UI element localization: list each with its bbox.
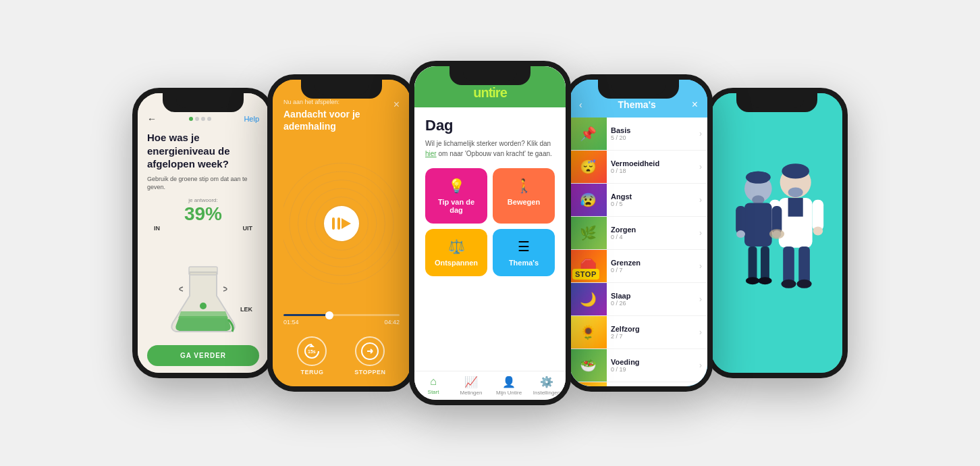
svg-point-28 (758, 277, 771, 284)
mijn-untire-icon: 👤 (502, 376, 516, 388)
flask-svg (159, 252, 247, 340)
back-icon[interactable]: ← (147, 113, 157, 124)
vermoeidheid-text: Vermoeidheid 0 / 18 (607, 154, 699, 180)
p4-back-icon[interactable]: ‹ (579, 99, 582, 110)
grenzen-text: Grenzen 0 / 7 (607, 253, 699, 279)
help-link[interactable]: Help (244, 115, 259, 123)
day-text-after: om naar 'Opbouw van kracht' te gaan. (437, 150, 552, 157)
answer-label: je antwoord: (147, 197, 259, 203)
question-subtitle: Gebruik de groene stip om dat aan te gev… (147, 175, 259, 192)
svg-rect-21 (736, 206, 746, 234)
flask-area: LEK (147, 232, 259, 340)
uit-label: UIT (243, 225, 253, 232)
basis-count: 5 / 20 (611, 134, 695, 141)
vermoeidheid-count: 0 / 18 (611, 167, 695, 174)
progress-slider[interactable] (283, 314, 400, 316)
grenzen-image: 🛑 STOP (570, 250, 607, 282)
p2-screen: × Nu aan het afspelen: Aandacht voor je … (273, 80, 410, 386)
theme-zorgen[interactable]: 🌿 Zorgen 0 / 4 › (570, 217, 707, 250)
p5-screen (711, 93, 842, 373)
themes-list: 📌 Basis 5 / 20 › 😴 Vermoeidheid 0 / 18 › (570, 118, 707, 386)
dot-2 (195, 117, 199, 121)
nav-metingen[interactable]: 📈 Metingen (452, 376, 490, 396)
back-label: TERUG (300, 369, 323, 376)
theme-vermoeidheid[interactable]: 😴 Vermoeidheid 0 / 18 › (570, 151, 707, 184)
slaap-count: 0 / 26 (611, 300, 695, 307)
app-logo: untire (425, 85, 555, 101)
p1-screen: ← Help Hoe was je energieniveau de afgel… (138, 93, 269, 373)
dot-4 (207, 117, 211, 121)
theme-slaap[interactable]: 🌙 Slaap 0 / 26 › (570, 283, 707, 316)
nav-instellingen[interactable]: ⚙️ Instellingen (528, 376, 566, 396)
notch-2 (315, 80, 369, 95)
percentage-value: 39% (147, 203, 259, 225)
track-title: Aandacht voor je ademhaling (283, 108, 400, 132)
theme-voeding[interactable]: 🥗 Voeding 0 / 19 › (570, 349, 707, 382)
p4-screen: ‹ Thema's × 📌 Basis 5 / 20 › 😴 (570, 80, 707, 386)
svg-point-6 (788, 187, 803, 197)
nav-start[interactable]: ⌂ Start (414, 376, 452, 396)
slider-thumb[interactable] (325, 311, 333, 319)
werk-text: Werk 0 / 27 (607, 386, 699, 386)
back-control[interactable]: 15s TERUG (297, 336, 327, 376)
angst-arrow: › (699, 195, 707, 205)
svg-point-23 (736, 230, 745, 238)
close-button[interactable]: × (393, 99, 400, 111)
metingen-icon: 📈 (464, 376, 478, 388)
stop-control[interactable]: STOPPEN (354, 336, 385, 376)
notch-1 (176, 93, 230, 108)
theme-werk[interactable]: 💼 Werk 0 / 27 › (570, 382, 707, 386)
nav-mijn-untire[interactable]: 👤 Mijn Untire (490, 376, 528, 396)
question-title: Hoe was je energieniveau de afgelopen we… (147, 131, 259, 171)
svg-point-19 (752, 195, 764, 204)
now-playing-label: Nu aan het afspelen: (283, 99, 400, 105)
tile-themas[interactable]: ☰ Thema's (493, 229, 555, 276)
instellingen-label: Instellingen (533, 390, 560, 396)
themas-icon: ☰ (518, 238, 530, 255)
day-text-before: Wil je lichamelijk sterker worden? Klik … (425, 140, 551, 147)
p4-close-icon[interactable]: × (692, 99, 698, 111)
slaap-arrow: › (699, 294, 707, 304)
slaap-text: Slaap 0 / 26 (607, 286, 699, 312)
voeding-text: Voeding 0 / 19 (607, 353, 699, 378)
vermoeidheid-arrow: › (699, 162, 707, 172)
logo-rest: tire (489, 85, 507, 100)
vermoeidheid-name: Vermoeidheid (611, 159, 695, 167)
ga-verder-button[interactable]: GA VERDER (147, 345, 259, 366)
total-time: 04:42 (384, 319, 400, 326)
angst-text: Angst 0 / 5 (607, 187, 699, 213)
theme-basis[interactable]: 📌 Basis 5 / 20 › (570, 118, 707, 151)
day-link[interactable]: hier (425, 150, 437, 157)
svg-rect-20 (744, 203, 772, 247)
phone-1: ← Help Hoe was je energieniveau de afgel… (132, 88, 274, 378)
tip-icon: 💡 (448, 178, 465, 194)
metingen-label: Metingen (460, 390, 483, 396)
start-label: Start (428, 389, 439, 395)
svg-point-27 (746, 277, 759, 284)
slaap-image: 🌙 (570, 283, 607, 315)
svg-point-12 (813, 226, 823, 235)
theme-zelfzorg[interactable]: 🌻 Zelfzorg 2 / 7 › (570, 316, 707, 349)
in-uit-labels: IN UIT (147, 225, 259, 232)
progress-dots (189, 117, 211, 121)
vermoeidheid-image: 😴 (570, 151, 607, 183)
zorgen-name: Zorgen (611, 226, 695, 234)
p4-title: Thema's (618, 99, 656, 110)
lek-label: LEK (240, 306, 252, 313)
zelfzorg-arrow: › (699, 328, 707, 337)
pause-button[interactable] (324, 206, 359, 241)
tile-bewegen[interactable]: 🚶 Bewegen (493, 168, 555, 224)
theme-grenzen[interactable]: 🛑 STOP Grenzen 0 / 7 › (570, 250, 707, 283)
tile-tip-van-de-dag[interactable]: 💡 Tip van de dag (425, 168, 487, 224)
tile-ontspannen[interactable]: ⚖️ Ontspannen (425, 229, 487, 276)
slider-fill (283, 314, 327, 316)
pause-bar-left (332, 217, 335, 230)
notch-3 (463, 66, 517, 81)
back-circle: 15s (297, 336, 327, 366)
current-time: 01:54 (283, 319, 299, 326)
svg-rect-25 (748, 247, 757, 281)
theme-angst[interactable]: 😰 Angst 0 / 5 › (570, 184, 707, 217)
grenzen-name: Grenzen (611, 259, 695, 267)
stop-circle (355, 336, 385, 366)
notch-5 (750, 93, 804, 108)
